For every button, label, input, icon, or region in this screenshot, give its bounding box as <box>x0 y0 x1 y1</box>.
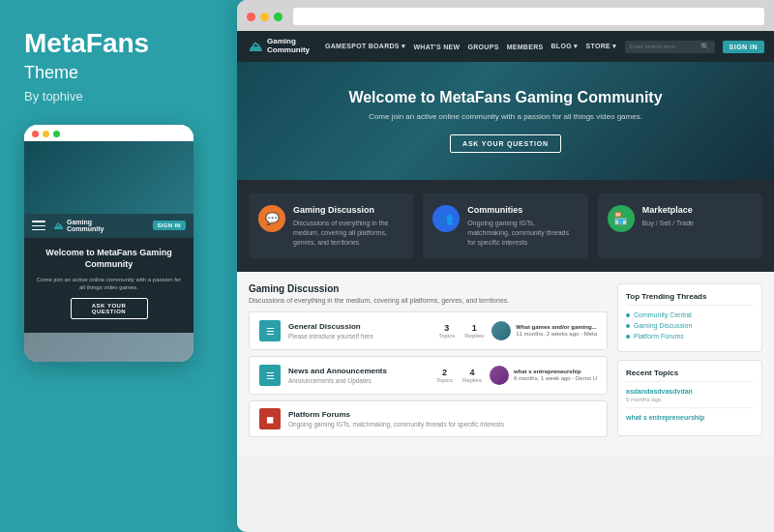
sidebar-recent-topic-0: asdandasdvasdvdan <box>626 388 754 395</box>
feature-card-communities[interactable]: 👥 Communities Ongoing gaming IGTs, match… <box>423 193 587 258</box>
sidebar-trending-title: Top Trending Threads <box>626 292 754 306</box>
feature-icon-communities: 👥 <box>432 205 460 232</box>
left-panel: MetaFans Theme By tophive ⛰ GamingCommun… <box>0 0 237 532</box>
site-hero-content: Welcome to MetaFans Gaming Community Com… <box>256 89 755 153</box>
chrome-dot-green <box>274 13 283 21</box>
feature-title-2: Marketplace <box>642 205 694 215</box>
discussion-icon: 💬 <box>265 212 280 225</box>
forum-stats-news: 2 Topics 4 Replies <box>436 368 482 383</box>
feature-desc-0: Discussions of everything in the medium,… <box>293 219 403 247</box>
forum-icon-symbol-general: ☰ <box>266 326 275 337</box>
sidebar-trending-item-1[interactable]: Gaming Discussion <box>626 322 754 329</box>
feature-desc-1: Ongoing gaming IGTs, matchmaking, commun… <box>467 219 578 247</box>
forums-section: Gaming Discussion Discussions of everyth… <box>249 283 608 444</box>
brand-title: MetaFans <box>24 29 149 59</box>
nav-members[interactable]: MEMBERS <box>507 44 544 50</box>
forum-item-platform[interactable]: ◼ Platform Forums Ongoing gaming IGTs, m… <box>249 400 608 437</box>
feature-card-gaming-discussion[interactable]: 💬 Gaming Discussion Discussions of every… <box>249 193 413 258</box>
sidebar-recent-item-1[interactable]: what s entrepreneurship <box>626 414 754 428</box>
stat-topics-news: 2 Topics <box>436 368 453 383</box>
stat-replies-general: 1 Replies <box>464 323 484 339</box>
communities-icon: 👥 <box>439 212 454 225</box>
mobile-preview: ⛰ GamingCommunity SIGN IN Welcome to Met… <box>24 125 194 363</box>
mobile-chrome-dots <box>24 125 194 141</box>
mobile-logo-icon: ⛰ <box>53 221 63 231</box>
post-title-general: What games and/or gaming... <box>516 324 597 332</box>
feature-desc-2: Buy / Sell / Trade <box>642 219 694 228</box>
mobile-hamburger-icon[interactable] <box>32 221 45 230</box>
forum-name-general: General Discussion <box>288 322 431 331</box>
search-icon: 🔍 <box>700 43 710 51</box>
hero-desc: Come join an active online community wit… <box>256 112 755 121</box>
chrome-address-bar[interactable] <box>293 8 764 25</box>
sidebar-trending-item-2[interactable]: Platform Forums <box>626 333 754 340</box>
stat-num-topics-news: 2 <box>442 368 447 377</box>
forum-item-general[interactable]: ☰ General Discussion Please introduce yo… <box>249 311 608 350</box>
mobile-desc-text: Come join an active online community wit… <box>34 276 184 292</box>
forum-name-news: News and Announcements <box>288 367 429 375</box>
forum-icon-news: ☰ <box>259 365 281 386</box>
sidebar-recent-item-0[interactable]: asdandasdvasdvdan 5 months ago <box>626 388 754 408</box>
forum-info-platform: Platform Forums Ongoing gaming IGTs, mat… <box>288 410 597 428</box>
sidebar-trending-label-0: Community Central <box>634 311 692 318</box>
forum-sub-platform: Ongoing gaming IGTs, matchmaking, commun… <box>288 421 597 428</box>
desktop-chrome-bar <box>237 0 774 31</box>
forum-icon-general: ☰ <box>259 320 281 341</box>
site-logo-icon: ⛰ <box>249 39 262 54</box>
mobile-dot-red <box>32 131 39 137</box>
nav-whats-new[interactable]: WHAT'S NEW <box>413 44 460 50</box>
post-title-news: what s entrepreneurship <box>514 369 597 376</box>
post-preview-news: what s entrepreneurship 6 months, 1 week… <box>514 369 597 384</box>
brand-author: By tophive <box>24 89 83 103</box>
nav-groups[interactable]: GROUPS <box>467 44 498 50</box>
forum-sub-news: Announcements and Updates <box>288 377 429 384</box>
stat-num-topics-general: 3 <box>444 323 449 333</box>
forums-section-desc: Discussions of everything in the medium,… <box>249 297 608 304</box>
stat-label-topics-general: Topics <box>438 333 455 339</box>
site-nav-links: GAMESPOT BOARDS ▾ WHAT'S NEW GROUPS MEMB… <box>325 43 617 50</box>
post-meta-general: 11 months, 2 weeks ago - Meta <box>516 331 597 339</box>
nav-gamespot-boards[interactable]: GAMESPOT BOARDS ▾ <box>325 43 405 50</box>
mobile-logo-area: ⛰ GamingCommunity <box>32 219 104 233</box>
nav-store[interactable]: STORE ▾ <box>585 43 616 50</box>
search-input[interactable] <box>630 44 698 49</box>
mobile-logo-text: GamingCommunity <box>67 219 104 233</box>
feature-text-discussion: Gaming Discussion Discussions of everyth… <box>293 205 403 247</box>
forum-name-platform: Platform Forums <box>288 410 597 419</box>
sidebar-trending-item-0[interactable]: Community Central <box>626 311 754 318</box>
post-avatar-news <box>490 366 509 385</box>
feature-card-marketplace[interactable]: 🏪 Marketplace Buy / Sell / Trade <box>598 193 762 258</box>
forum-icon-symbol-news: ☰ <box>266 370 275 381</box>
site-nav: ⛰ GamingCommunity GAMESPOT BOARDS ▾ WHAT… <box>237 31 774 62</box>
mobile-dot-yellow <box>43 131 49 137</box>
forum-icon-symbol-platform: ◼ <box>266 414 274 425</box>
mobile-content: Welcome to MetaFans Gaming Community Com… <box>24 238 194 333</box>
post-preview-general: What games and/or gaming... 11 months, 2… <box>516 324 597 340</box>
hero-ask-button[interactable]: ASK YOUR QUESTION <box>450 134 561 153</box>
forum-post-preview-general: What games and/or gaming... 11 months, 2… <box>491 321 597 340</box>
feature-title-1: Communities <box>467 205 578 215</box>
stat-label-replies-general: Replies <box>464 333 484 339</box>
site-hero: Welcome to MetaFans Gaming Community Com… <box>237 62 774 180</box>
stat-label-replies-news: Replies <box>462 377 482 383</box>
forum-stats-general: 3 Topics 1 Replies <box>438 323 484 339</box>
site-logo-text: GamingCommunity <box>267 38 310 55</box>
forum-sub-general: Please introduce yourself here <box>288 333 431 340</box>
forum-icon-platform: ◼ <box>259 408 281 429</box>
forum-item-news[interactable]: ☰ News and Announcements Announcements a… <box>249 356 608 395</box>
sidebar-bullet-1 <box>626 324 630 328</box>
stat-num-replies-news: 4 <box>469 368 474 377</box>
mobile-bottom-gradient <box>24 333 194 362</box>
sidebar-recent-meta-0: 5 months ago <box>626 397 754 402</box>
mobile-signin-button[interactable]: SIGN IN <box>153 221 186 230</box>
stat-num-replies-general: 1 <box>472 323 477 333</box>
sidebar-trending-label-1: Gaming Discussion <box>634 322 692 329</box>
feature-cards: 💬 Gaming Discussion Discussions of every… <box>237 180 774 272</box>
sidebar: Top Trending Threads Community Central G… <box>617 283 762 444</box>
mobile-ask-button[interactable]: ASK YOUR QUESTION <box>71 298 148 319</box>
nav-blog[interactable]: BLOG ▾ <box>551 43 579 50</box>
forums-section-title: Gaming Discussion <box>249 283 608 294</box>
forum-info-general: General Discussion Please introduce your… <box>288 322 431 340</box>
site-wrapper: ⛰ GamingCommunity GAMESPOT BOARDS ▾ WHAT… <box>237 31 774 532</box>
site-signin-button[interactable]: SIGN IN <box>723 41 765 53</box>
